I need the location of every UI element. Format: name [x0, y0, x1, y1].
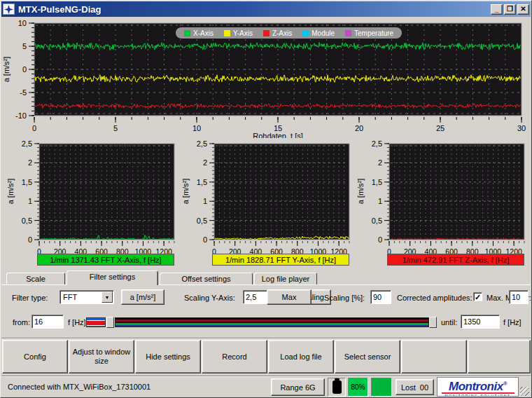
svg-text:2,5: 2,5 — [372, 139, 382, 148]
svg-text:-5: -5 — [20, 88, 27, 97]
chart-legend: X-Axis Y-Axis Z-Axis Module Temperature — [176, 27, 402, 39]
fft-y-axis-chart[interactable]: 00,511,522,5020040060080010001200a [m/s²… — [181, 138, 356, 271]
window-title: MTX-PulseNG-Diag — [18, 4, 489, 15]
legend-item-module[interactable]: Module — [302, 29, 335, 37]
chevron-down-icon[interactable]: ▼ — [102, 291, 113, 303]
svg-text:2: 2 — [28, 158, 32, 167]
corrected-amplitudes-label: Corrected amplitudes: — [397, 294, 472, 302]
svg-text:1: 1 — [28, 197, 32, 205]
titlebar[interactable]: MTX-PulseNG-Diag _ ❐ ✕ — [1, 1, 531, 17]
restore-button[interactable]: ❐ — [504, 4, 516, 15]
y-axis-swatch — [224, 30, 230, 36]
filter-type-dropdown[interactable]: FFT ▼ — [59, 290, 114, 304]
svg-text:0,5: 0,5 — [22, 217, 32, 225]
fft-x-axis-chart[interactable]: 00,511,522,5020040060080010001200a [m/s²… — [6, 138, 181, 271]
statusbar: Connected with MTX_WiFiBox_17310001 Rang… — [1, 376, 531, 397]
temperature-swatch — [345, 30, 351, 36]
range-slider-right-handle[interactable] — [429, 317, 437, 328]
select-sensor-button[interactable]: Select sensor — [335, 340, 400, 373]
scaling-y-axis-input[interactable] — [243, 290, 268, 304]
svg-text:5: 5 — [22, 42, 27, 50]
svg-text:Rohdaten, t [s]: Rohdaten, t [s] — [253, 132, 303, 138]
svg-text:1,5: 1,5 — [197, 178, 207, 186]
svg-text:0: 0 — [28, 235, 32, 244]
battery-icon — [332, 380, 342, 394]
load-log-file-button[interactable]: Load log file — [268, 340, 334, 373]
svg-text:a [m/s²]: a [m/s²] — [356, 179, 365, 205]
max-marker-input[interactable] — [509, 290, 528, 304]
close-button[interactable]: ✕ — [517, 4, 529, 15]
blank-button-2[interactable] — [468, 340, 531, 373]
fft-z-axis-label-bar: 1/min 472.91 FFT Z-Axis, f [Hz] — [387, 254, 524, 266]
svg-text:0,5: 0,5 — [372, 217, 382, 225]
app-window: MTX-PulseNG-Diag _ ❐ ✕ 1050-5-1005101520… — [0, 0, 532, 398]
divider — [1, 338, 531, 338]
scaling-pct-label: Scaling [%]: — [324, 294, 365, 302]
config-button[interactable]: Config — [2, 340, 68, 373]
from-unit-label: f [Hz] — [68, 318, 86, 327]
svg-text:1,5: 1,5 — [22, 178, 32, 186]
svg-text:20: 20 — [355, 124, 363, 132]
tab-offset-settings[interactable]: Offset settings — [160, 273, 253, 285]
svg-text:25: 25 — [436, 124, 444, 132]
svg-text:10: 10 — [18, 19, 27, 27]
svg-text:1: 1 — [203, 197, 207, 205]
connection-status: Connected with MTX_WiFiBox_17310001 — [8, 383, 150, 391]
svg-text:0: 0 — [378, 235, 382, 244]
record-button[interactable]: Record — [202, 340, 267, 373]
scaling-y-axis-label: Scaling Y-Axis: — [184, 294, 235, 302]
minimize-button[interactable]: _ — [491, 4, 503, 15]
svg-text:5: 5 — [113, 124, 118, 132]
hide-settings-button[interactable]: Hide settings — [135, 340, 201, 373]
svg-text:a [m/s²]: a [m/s²] — [2, 57, 10, 83]
svg-text:0: 0 — [22, 65, 27, 74]
lost-counter: Lost 00 — [396, 379, 434, 395]
svg-text:0: 0 — [32, 124, 36, 132]
svg-text:10: 10 — [192, 124, 201, 132]
resize-grip[interactable] — [520, 387, 529, 396]
svg-text:1,5: 1,5 — [372, 178, 382, 186]
unit-button[interactable]: a [m/s²] — [121, 289, 164, 305]
svg-text:a [m/s²]: a [m/s²] — [6, 179, 15, 205]
app-icon — [3, 4, 15, 15]
legend-item-temperature[interactable]: Temperature — [345, 29, 393, 37]
adjust-to-window-size-button[interactable]: Adjust to window size — [69, 340, 134, 373]
svg-text:-10: -10 — [15, 111, 27, 120]
svg-text:2,5: 2,5 — [197, 139, 207, 148]
until-label: until: — [441, 318, 457, 327]
from-frequency-input[interactable] — [31, 315, 64, 329]
fft-z-axis-chart[interactable]: 00,511,522,5020040060080010001200a [m/s²… — [356, 138, 531, 271]
svg-text:a [m/s²]: a [m/s²] — [181, 179, 190, 205]
z-axis-swatch — [263, 30, 270, 36]
range-slider-left-handle[interactable] — [106, 317, 114, 328]
module-swatch — [302, 30, 309, 36]
blank-button-1[interactable] — [401, 340, 467, 373]
legend-item-x-axis[interactable]: X-Axis — [184, 29, 214, 37]
tab-scale[interactable]: Scale — [6, 273, 65, 285]
svg-text:1: 1 — [378, 197, 382, 205]
svg-text:2: 2 — [378, 158, 382, 167]
corrected-amplitudes-checkbox[interactable]: ✓ — [473, 292, 482, 301]
tab-filter-settings[interactable]: Filter settings — [66, 270, 158, 285]
legend-item-z-axis[interactable]: Z-Axis — [263, 29, 292, 37]
fft-x-axis-label-bar: 1/min 1371.43 FFT X-Axis, f [Hz] — [37, 254, 174, 266]
svg-text:0: 0 — [203, 235, 207, 244]
tab-log-file-player[interactable]: Log file player — [254, 273, 317, 285]
fft-y-axis-label-bar: 1/min 1828.71 FFT Y-Axis, f [Hz] — [212, 254, 349, 266]
filter-type-label: Filter type: — [12, 294, 48, 302]
montronix-logo: Montronix® MONITORING SOLUTIONS — [437, 377, 519, 397]
range-indicator[interactable]: Range 6G — [271, 378, 325, 396]
max-button[interactable]: Max — [267, 289, 312, 305]
svg-text:2: 2 — [203, 158, 207, 167]
svg-text:30: 30 — [517, 124, 526, 132]
range-start-block — [86, 317, 106, 327]
range-slider-track[interactable] — [115, 317, 429, 327]
battery-panel — [328, 378, 346, 397]
scaling-pct-input[interactable] — [370, 290, 391, 304]
until-frequency-input[interactable] — [461, 315, 500, 329]
from-label: from: — [13, 318, 30, 327]
legend-item-y-axis[interactable]: Y-Axis — [224, 29, 253, 37]
until-unit-label: f [Hz] — [503, 318, 522, 327]
x-axis-swatch — [184, 30, 190, 36]
svg-text:0,5: 0,5 — [197, 217, 207, 225]
